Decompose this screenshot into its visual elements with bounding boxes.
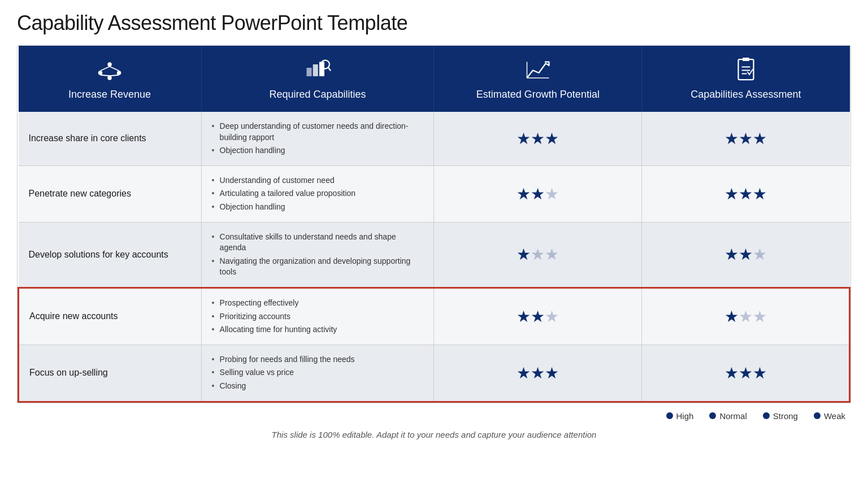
svg-rect-10 (319, 62, 324, 77)
capability-item: Articulating a tailored value propositio… (212, 187, 424, 201)
table-row: Develop solutions for key accountsConsul… (19, 222, 850, 287)
svg-line-4 (101, 67, 110, 71)
legend-normal: Normal (709, 411, 747, 421)
cell-assessment-row3: ★★★ (642, 222, 850, 287)
capability-item: Navigating the organization and developi… (212, 255, 424, 279)
cell-revenue-row4: Acquire new accounts (19, 287, 202, 345)
svg-line-12 (328, 67, 331, 70)
table-row: Increase share in core clientsDeep under… (19, 112, 850, 165)
cell-growth-row3: ★★★ (434, 222, 642, 287)
col-header-revenue-label: Increase Revenue (68, 89, 151, 100)
svg-line-6 (101, 75, 110, 76)
cell-assessment-row4: ★★★ (642, 287, 850, 345)
capability-item: Objection handling (212, 144, 424, 158)
legend: High Normal Strong Weak (17, 411, 851, 421)
capability-item: Closing (212, 380, 424, 393)
cell-assessment-row2: ★★★ (642, 165, 850, 222)
legend-strong: Strong (763, 411, 798, 421)
capability-item: Selling value vs price (212, 366, 424, 380)
cell-capabilities-row5: Probing for needs and filling the needsS… (201, 345, 434, 402)
cell-revenue-row2: Penetrate new categories (19, 165, 202, 222)
cell-revenue-row3: Develop solutions for key accounts (19, 222, 202, 287)
capability-item: Prospecting effectively (212, 297, 424, 310)
legend-label-strong: Strong (773, 411, 798, 421)
cell-revenue-row1: Increase share in core clients (19, 112, 202, 165)
svg-line-5 (110, 67, 119, 71)
cell-capabilities-row3: Consultative skills to understand needs … (201, 222, 434, 287)
page-title: Capability Assessment PowerPoint Templat… (17, 11, 851, 35)
svg-line-7 (110, 75, 119, 76)
svg-rect-8 (307, 68, 312, 76)
legend-dot-strong (763, 412, 770, 419)
cell-growth-row5: ★★★ (434, 345, 642, 402)
cell-assessment-row5: ★★★ (642, 345, 850, 402)
svg-rect-9 (313, 64, 318, 76)
svg-point-0 (107, 62, 112, 67)
svg-point-2 (107, 76, 112, 80)
col-header-growth: Estimated Growth Potential (434, 46, 642, 112)
capability-item: Prioritizing accounts (212, 310, 424, 324)
table-header-row: Increase Revenue Required Capabilities (19, 46, 850, 112)
capability-item: Understanding of customer need (212, 174, 424, 188)
svg-point-3 (117, 71, 121, 75)
network-icon (28, 56, 192, 83)
legend-label-weak: Weak (824, 411, 845, 421)
legend-dot-weak (814, 412, 821, 419)
capability-item: Probing for needs and filling the needs (212, 353, 424, 367)
legend-high: High (666, 411, 694, 421)
legend-weak: Weak (814, 411, 845, 421)
col-header-growth-label: Estimated Growth Potential (476, 89, 600, 100)
footer-text: This slide is 100% editable. Adapt it to… (17, 430, 851, 439)
capability-item: Deep understanding of customer needs and… (212, 120, 424, 144)
table-row: Penetrate new categoriesUnderstanding of… (19, 165, 850, 222)
col-header-capabilities: Required Capabilities (201, 46, 434, 112)
capability-item: Allocating time for hunting activity (212, 323, 424, 337)
cell-capabilities-row2: Understanding of customer needArticulati… (201, 165, 434, 222)
cell-growth-row4: ★★★ (434, 287, 642, 345)
chart-icon (443, 56, 632, 83)
checklist-icon (651, 56, 840, 83)
legend-label-normal: Normal (719, 411, 747, 421)
legend-dot-normal (709, 412, 716, 419)
cell-growth-row2: ★★★ (434, 165, 642, 222)
cell-growth-row1: ★★★ (434, 112, 642, 165)
col-header-revenue: Increase Revenue (19, 46, 202, 112)
legend-dot-high (666, 412, 673, 419)
capability-item: Consultative skills to understand needs … (212, 230, 424, 255)
cell-assessment-row1: ★★★ (642, 112, 850, 165)
capability-item: Objection handling (212, 201, 424, 214)
col-header-assessment-label: Capabilities Assessment (691, 89, 801, 100)
svg-rect-16 (743, 58, 749, 61)
cell-revenue-row5: Focus on up-selling (19, 345, 202, 402)
table-row: Acquire new accountsProspecting effectiv… (19, 287, 850, 345)
col-header-capabilities-label: Required Capabilities (269, 89, 366, 100)
legend-label-high: High (676, 411, 694, 421)
svg-rect-15 (738, 59, 753, 80)
svg-point-1 (98, 71, 103, 75)
table-row: Focus on up-sellingProbing for needs and… (19, 345, 850, 402)
cell-capabilities-row1: Deep understanding of customer needs and… (201, 112, 434, 165)
research-icon (211, 56, 425, 83)
main-table: Increase Revenue Required Capabilities (17, 45, 851, 403)
cell-capabilities-row4: Prospecting effectivelyPrioritizing acco… (201, 287, 434, 345)
col-header-assessment: Capabilities Assessment (642, 46, 850, 112)
